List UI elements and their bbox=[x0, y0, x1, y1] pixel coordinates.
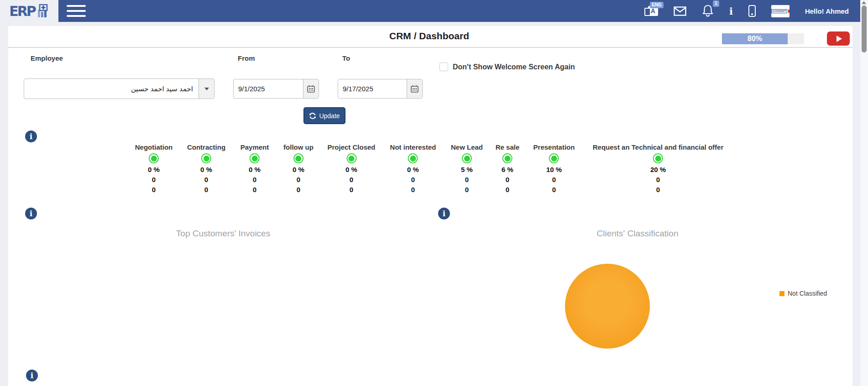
scrollbar-thumb[interactable] bbox=[862, 5, 867, 52]
status-radio-icon bbox=[408, 153, 418, 163]
bell-icon bbox=[702, 5, 714, 17]
employee-select-value: احمد سيد احمد حسين bbox=[24, 79, 199, 99]
classification-chart-title: Clients' Classification bbox=[597, 229, 679, 239]
status-radio-icon bbox=[201, 153, 211, 163]
welcome-screen-label: Don't Show Welcome Screen Again bbox=[453, 63, 575, 71]
from-date-field bbox=[233, 79, 319, 99]
status-column-new-lead: New Lead 5 % 0 0 bbox=[451, 143, 483, 193]
status-column-project-closed: Project Closed 0 % 0 0 bbox=[327, 143, 375, 193]
from-label: From bbox=[238, 54, 255, 62]
mail-button[interactable] bbox=[674, 6, 686, 16]
translate-icon bbox=[644, 8, 651, 16]
erp-logo-building-icon bbox=[37, 4, 49, 18]
progress-percent: 80% bbox=[748, 35, 762, 43]
update-button[interactable]: Update bbox=[303, 107, 345, 124]
mobile-app-button[interactable] bbox=[748, 5, 756, 17]
status-column-re-sale: Re sale 6 % 0 0 bbox=[496, 143, 520, 193]
invoices-chart-title: Top Customers' Invoices bbox=[176, 229, 270, 239]
top-header-bar: ENG A 1 i bbox=[0, 0, 868, 22]
to-date-field bbox=[338, 79, 423, 99]
employee-select-arrow-button[interactable] bbox=[199, 79, 214, 99]
video-play-button[interactable] bbox=[827, 31, 850, 46]
progress-bar: 80% bbox=[722, 33, 804, 44]
status-column-not-interested: Not interested 0 % 0 0 bbox=[390, 143, 436, 193]
progress-bar-fill: 80% bbox=[722, 33, 788, 44]
invoices-info-icon[interactable]: i bbox=[25, 208, 37, 219]
update-button-label: Update bbox=[319, 112, 340, 120]
from-date-input[interactable] bbox=[234, 79, 303, 98]
menu-toggle-button[interactable] bbox=[67, 5, 86, 17]
main-content-card: CRM / Dashboard 80% Employee احمد سيد اح… bbox=[8, 26, 852, 386]
calendar-icon bbox=[411, 85, 418, 93]
status-column-contracting: Contracting 0 % 0 0 bbox=[187, 143, 225, 193]
classification-pie-chart[interactable] bbox=[565, 264, 650, 349]
erp-logo[interactable]: ERP bbox=[0, 0, 58, 22]
to-label: To bbox=[342, 54, 350, 62]
info-icon: i bbox=[729, 5, 733, 17]
status-radio-icon bbox=[653, 153, 663, 163]
employee-select[interactable]: احمد سيد احمد حسين bbox=[24, 78, 214, 99]
to-date-input[interactable] bbox=[338, 79, 407, 98]
to-calendar-button[interactable] bbox=[407, 79, 422, 98]
classification-info-icon[interactable]: i bbox=[438, 208, 450, 219]
employee-label: Employee bbox=[31, 54, 63, 62]
language-switch-button[interactable]: ENG A bbox=[648, 6, 658, 16]
info-button[interactable]: i bbox=[729, 5, 733, 17]
language-badge: ENG bbox=[650, 2, 664, 8]
pie-legend-item[interactable]: Not Classified bbox=[779, 290, 827, 297]
status-column-technical-financial-offer: Request an Technical and financial offer… bbox=[593, 143, 723, 193]
vertical-scrollbar[interactable] bbox=[860, 0, 868, 386]
status-radio-icon bbox=[250, 153, 260, 163]
crm-dashboard-page: ENG A 1 i bbox=[0, 0, 868, 386]
hamburger-icon bbox=[67, 5, 86, 7]
status-column-negotiation: Negotiation 0 % 0 0 bbox=[135, 143, 173, 193]
calendar-icon bbox=[307, 85, 315, 93]
status-radio-icon bbox=[462, 153, 472, 163]
status-column-payment: Payment 0 % 0 0 bbox=[241, 143, 269, 193]
notifications-button[interactable]: 1 bbox=[702, 5, 714, 17]
status-column-follow-up: follow up 0 % 0 0 bbox=[283, 143, 314, 193]
chevron-down-icon bbox=[204, 88, 209, 90]
mail-icon bbox=[674, 6, 686, 16]
status-column-presentation: Presentation 10 % 0 0 bbox=[533, 143, 575, 193]
legend-color-swatch bbox=[779, 291, 784, 296]
status-radio-icon bbox=[502, 153, 512, 163]
user-greeting[interactable]: Hello! Ahmed bbox=[805, 7, 849, 15]
refresh-icon bbox=[309, 112, 316, 120]
status-radio-icon bbox=[149, 153, 159, 163]
from-calendar-button[interactable] bbox=[303, 79, 319, 98]
legend-label: Not Classified bbox=[788, 290, 827, 297]
notification-count-badge: 1 bbox=[713, 0, 719, 7]
status-radio-icon bbox=[549, 153, 559, 163]
play-icon bbox=[837, 36, 842, 42]
page-subheader: CRM / Dashboard 80% bbox=[8, 26, 852, 48]
scrollbar-up-arrow[interactable] bbox=[862, 1, 866, 4]
filters-info-icon[interactable]: i bbox=[25, 130, 37, 142]
status-radio-icon bbox=[293, 153, 303, 163]
welcome-screen-checkbox[interactable] bbox=[439, 63, 448, 71]
status-radio-icon bbox=[346, 153, 356, 163]
bottom-section-info-icon[interactable]: i bbox=[26, 370, 38, 381]
phone-icon bbox=[748, 5, 756, 17]
breadcrumb: CRM / Dashboard bbox=[389, 31, 469, 42]
company-logo[interactable]: CLOUDSOFT bbox=[771, 5, 790, 17]
